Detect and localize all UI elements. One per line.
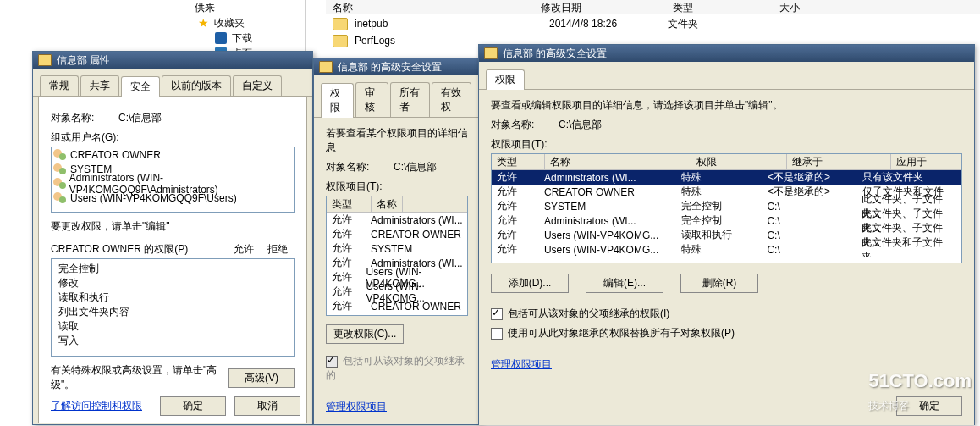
remove-button[interactable]: 删除(R) — [680, 274, 758, 293]
perm-list[interactable]: 完全控制 修改 读取和执行 列出文件夹内容 读取 写入 — [51, 258, 295, 357]
replace-child-label: 使用可从此对象继承的权限替换所有子对象权限(P) — [508, 327, 735, 339]
object-value: C:\信息部 — [559, 118, 602, 132]
manage-link[interactable]: 管理权限项目 — [491, 358, 552, 370]
list-item[interactable]: CREATOR OWNER — [52, 147, 294, 162]
window-title: 信息部 的高级安全设置 — [338, 60, 442, 75]
object-value: C:\信息部 — [118, 111, 162, 125]
col-name[interactable]: 名称 — [545, 154, 691, 170]
items-label: 权限项目(T): — [326, 180, 468, 194]
include-inherit-checkbox[interactable] — [491, 308, 503, 320]
user-icon — [53, 163, 67, 175]
perm-row: 完全控制 — [57, 262, 289, 276]
perm-items-list[interactable]: 类型名称 允许Administrators (WI... 允许CREATOR O… — [326, 196, 468, 316]
perm-row: 列出文件夹内容 — [57, 305, 289, 319]
tab-sharing[interactable]: 共享 — [80, 75, 119, 96]
user-icon — [53, 192, 67, 204]
tab-previous[interactable]: 以前的版本 — [162, 75, 231, 96]
file-row[interactable]: inetpub2014/4/8 18:26文件夹 — [326, 15, 980, 32]
tab-audit[interactable]: 审核 — [355, 82, 388, 117]
window-title: 信息部 属性 — [57, 53, 110, 68]
watermark: 51CTO.com技术博客 — [868, 370, 972, 414]
star-icon: ★ — [198, 16, 209, 30]
replace-child-checkbox[interactable] — [491, 328, 503, 340]
cancel-button[interactable]: 取消 — [234, 396, 300, 416]
change-hint: 要更改权限，请单击"编辑" — [51, 219, 295, 234]
object-label: 对象名称: — [51, 111, 118, 125]
perm-items-list[interactable]: 类型 名称 权限 继承于 应用于 允许Administrators (WI...… — [491, 153, 962, 263]
advanced-window-2: 信息部 的高级安全设置 权限 要查看或编辑权限项目的详细信息，请选择该项目并单击… — [478, 44, 975, 425]
table-row[interactable]: 允许Users (WIN-VP4KOMG... — [327, 285, 467, 299]
properties-window: 信息部 属性 常规 共享 安全 以前的版本 自定义 对象名称:C:\信息部 组或… — [32, 51, 313, 425]
tab-custom[interactable]: 自定义 — [233, 75, 282, 96]
col-perm[interactable]: 权限 — [691, 154, 787, 170]
ok-button[interactable]: 确定 — [160, 396, 226, 416]
view-hint: 要查看或编辑权限项目的详细信息，请选择该项目并单击"编辑"。 — [491, 98, 962, 113]
titlebar[interactable]: 信息部 的高级安全设置 — [479, 45, 974, 62]
table-row[interactable]: 允许SYSTEM — [327, 241, 467, 256]
folder-icon — [319, 61, 333, 73]
table-row[interactable]: 允许CREATOR OWNER — [327, 299, 467, 313]
user-icon — [53, 149, 67, 161]
deny-header: 拒绝 — [261, 242, 295, 257]
col-date[interactable]: 修改日期 — [534, 0, 666, 14]
tab-effective[interactable]: 有效权 — [432, 82, 471, 117]
folder-icon — [484, 47, 498, 59]
include-inherit-label: 包括可从该对象的父项继承的权限(I) — [508, 307, 669, 319]
table-row[interactable]: 允许Users (WIN-VP4KOMG...特殊C:\此文件夹和子文件夹... — [492, 242, 961, 257]
sidebar-item-favorites[interactable]: ★收藏夹 — [152, 15, 305, 30]
col-name[interactable]: 名称 — [326, 0, 534, 14]
folder-icon — [333, 18, 348, 30]
include-inherit-checkbox — [326, 356, 338, 368]
object-value: C:\信息部 — [394, 160, 437, 174]
groups-label: 组或用户名(G): — [51, 130, 295, 145]
perm-row: 修改 — [57, 276, 289, 290]
edit-button[interactable]: 编辑(E)... — [586, 274, 663, 293]
allow-header: 允许 — [227, 242, 261, 257]
window-title: 信息部 的高级安全设置 — [503, 47, 607, 61]
learn-link[interactable]: 了解访问控制和权限 — [51, 400, 142, 412]
items-label: 权限项目(T): — [491, 137, 962, 152]
perm-for-label: CREATOR OWNER 的权限(P) — [51, 242, 188, 257]
explorer-header: 名称 修改日期 类型 大小 — [326, 0, 980, 14]
col-type[interactable]: 类型 — [327, 196, 372, 213]
titlebar[interactable]: 信息部 属性 — [33, 52, 312, 69]
tab-security[interactable]: 安全 — [121, 76, 160, 97]
user-icon — [53, 178, 66, 190]
explorer-sidebar: 供来 ★收藏夹 下载 桌面 — [152, 0, 306, 51]
perm-row: 写入 — [57, 334, 289, 348]
table-row[interactable]: 允许CREATOR OWNER — [327, 227, 467, 241]
perm-row: 读取 — [57, 319, 289, 334]
advanced-button[interactable]: 高级(V) — [228, 368, 295, 388]
add-button[interactable]: 添加(D)... — [491, 274, 569, 293]
include-inherit-label: 包括可从该对象的父项继承的 — [326, 355, 465, 381]
object-label: 对象名称: — [326, 160, 394, 174]
tab-perm[interactable]: 权限 — [321, 83, 354, 118]
col-type[interactable]: 类型 — [666, 0, 773, 14]
col-inherit[interactable]: 继承于 — [787, 154, 891, 170]
download-icon — [215, 32, 227, 44]
tab-general[interactable]: 常规 — [40, 75, 79, 96]
tab-perm[interactable]: 权限 — [486, 69, 525, 90]
titlebar[interactable]: 信息部 的高级安全设置 — [314, 58, 480, 75]
col-type[interactable]: 类型 — [492, 154, 545, 170]
list-item[interactable]: Administrators (WIN-VP4KOMGQQ9F\Administ… — [52, 176, 294, 191]
change-perm-button[interactable]: 更改权限(C)... — [326, 324, 404, 344]
view-hint: 若要查看某个权限项目的详细信息 — [326, 126, 468, 155]
sidebar-item-downloads[interactable]: 下载 — [152, 30, 305, 46]
folder-icon — [333, 35, 348, 47]
table-row[interactable]: 允许Administrators (WI... — [327, 213, 467, 227]
supplier-label: 供来 — [195, 1, 215, 15]
perm-row: 读取和执行 — [57, 290, 289, 305]
advanced-hint: 有关特殊权限或高级设置，请单击"高级"。 — [51, 363, 228, 392]
col-name[interactable]: 名称 — [372, 196, 403, 213]
table-row[interactable]: 允许Administrators (WI...特殊<不是继承的>只有该文件夹 — [492, 170, 961, 185]
col-apply[interactable]: 应用于 — [891, 154, 961, 170]
groups-list[interactable]: CREATOR OWNER SYSTEM Administrators (WIN… — [51, 147, 295, 213]
col-size[interactable]: 大小 — [773, 0, 807, 14]
manage-link[interactable]: 管理权限项目 — [326, 401, 387, 412]
advanced-window-1: 信息部 的高级安全设置 权限 审核 所有者 有效权 若要查看某个权限项目的详细信… — [313, 58, 481, 425]
object-label: 对象名称: — [491, 118, 559, 132]
tab-owner[interactable]: 所有者 — [390, 82, 430, 117]
folder-icon — [38, 54, 52, 66]
